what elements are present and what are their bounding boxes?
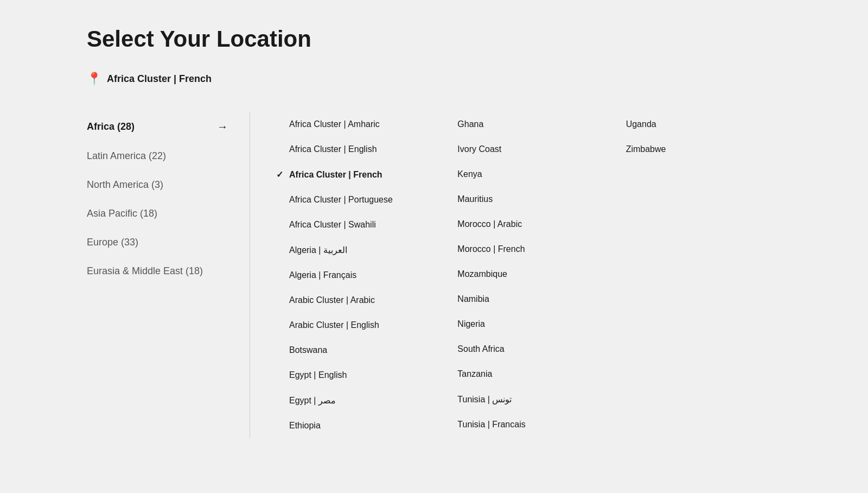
- location-item[interactable]: Ghana: [444, 112, 612, 137]
- location-item-label: South Africa: [457, 344, 504, 354]
- location-item[interactable]: Algeria | العربية: [276, 237, 444, 263]
- sidebar-item-eurasia[interactable]: Eurasia & Middle East (18): [87, 257, 228, 286]
- location-item[interactable]: Africa Cluster | Amharic: [276, 112, 444, 137]
- location-item-label: Morocco | Arabic: [457, 219, 522, 229]
- location-item-label: Morocco | French: [457, 244, 525, 254]
- location-item-label: Botswana: [289, 345, 327, 355]
- sidebar: Africa (28) → Latin America (22) North A…: [87, 112, 250, 438]
- page-container: Select Your Location 📍 Africa Cluster | …: [0, 0, 868, 464]
- location-item[interactable]: Ethiopia: [276, 413, 444, 438]
- location-item-label: Mauritius: [457, 194, 493, 204]
- location-item[interactable]: Tunisia | تونس: [444, 387, 612, 412]
- location-item[interactable]: Uganda: [613, 112, 781, 137]
- locations-column-3: UgandaZimbabwe: [613, 112, 781, 438]
- location-item[interactable]: Tunisia | Francais: [444, 412, 612, 437]
- location-item-label: Arabic Cluster | Arabic: [289, 295, 375, 305]
- location-item[interactable]: Africa Cluster | Portuguese: [276, 187, 444, 212]
- location-item-label: Uganda: [626, 119, 656, 129]
- location-item-label: Kenya: [457, 169, 482, 179]
- location-item[interactable]: South Africa: [444, 337, 612, 362]
- sidebar-item-eurasia-label: Eurasia & Middle East (18): [87, 266, 203, 276]
- check-icon: ✓: [276, 169, 285, 180]
- page-title: Select Your Location: [87, 26, 781, 52]
- sidebar-item-africa[interactable]: Africa (28) →: [87, 112, 228, 142]
- location-item[interactable]: ✓Africa Cluster | French: [276, 162, 444, 187]
- sidebar-item-latin-america[interactable]: Latin America (22): [87, 142, 228, 170]
- location-item[interactable]: Africa Cluster | Swahili: [276, 212, 444, 237]
- sidebar-item-north-america[interactable]: North America (3): [87, 170, 228, 199]
- location-item-label: Africa Cluster | Swahili: [289, 220, 376, 230]
- locations-column-2: GhanaIvory CoastKenyaMauritiusMorocco | …: [444, 112, 612, 438]
- location-item-label: Africa Cluster | Portuguese: [289, 195, 393, 205]
- location-item[interactable]: Ivory Coast: [444, 137, 612, 162]
- location-item[interactable]: Morocco | Arabic: [444, 212, 612, 237]
- location-item-label: Tanzania: [457, 369, 492, 379]
- location-item[interactable]: Botswana: [276, 338, 444, 363]
- location-item-label: Tunisia | Francais: [457, 420, 525, 429]
- sidebar-item-latin-america-label: Latin America (22): [87, 150, 166, 161]
- current-location-text: Africa Cluster | French: [107, 73, 212, 85]
- location-item[interactable]: Africa Cluster | English: [276, 137, 444, 162]
- location-item-label: Egypt | مصر: [289, 395, 336, 406]
- location-item-label: Arabic Cluster | English: [289, 320, 379, 330]
- arrow-right-icon: →: [217, 121, 228, 133]
- location-item[interactable]: Mozambique: [444, 262, 612, 287]
- location-item-label: Egypt | English: [289, 370, 347, 380]
- location-item-label: Zimbabwe: [626, 144, 666, 154]
- location-item[interactable]: Namibia: [444, 287, 612, 312]
- sidebar-item-africa-label: Africa (28): [87, 121, 135, 132]
- locations-panel: Africa Cluster | AmharicAfrica Cluster |…: [276, 112, 781, 438]
- location-item-label: Ethiopia: [289, 421, 321, 431]
- location-item-label: Algeria | Français: [289, 270, 356, 280]
- current-location-bar: 📍 Africa Cluster | French: [87, 72, 781, 86]
- main-content: Africa (28) → Latin America (22) North A…: [87, 112, 781, 438]
- sidebar-item-asia-pacific-label: Asia Pacific (18): [87, 208, 157, 219]
- location-item-label: Africa Cluster | French: [289, 170, 382, 180]
- sidebar-divider: [250, 112, 250, 438]
- location-item[interactable]: Arabic Cluster | English: [276, 313, 444, 338]
- sidebar-item-asia-pacific[interactable]: Asia Pacific (18): [87, 199, 228, 228]
- location-item[interactable]: Morocco | French: [444, 237, 612, 262]
- location-item[interactable]: Egypt | مصر: [276, 388, 444, 413]
- sidebar-item-north-america-label: North America (3): [87, 179, 163, 190]
- location-item-label: Namibia: [457, 294, 489, 304]
- sidebar-item-europe-label: Europe (33): [87, 237, 138, 248]
- location-item[interactable]: Arabic Cluster | Arabic: [276, 288, 444, 313]
- location-item-label: Mozambique: [457, 269, 507, 279]
- locations-column-1: Africa Cluster | AmharicAfrica Cluster |…: [276, 112, 444, 438]
- location-item-label: Algeria | العربية: [289, 245, 347, 255]
- location-pin-icon: 📍: [87, 72, 101, 86]
- location-item[interactable]: Mauritius: [444, 187, 612, 212]
- location-item-label: Africa Cluster | Amharic: [289, 119, 380, 129]
- location-item[interactable]: Tanzania: [444, 362, 612, 387]
- location-item[interactable]: Algeria | Français: [276, 263, 444, 288]
- location-item[interactable]: Nigeria: [444, 312, 612, 337]
- location-item-label: Nigeria: [457, 319, 485, 329]
- location-item[interactable]: Kenya: [444, 162, 612, 187]
- location-item-label: Ghana: [457, 119, 483, 129]
- location-item-label: Tunisia | تونس: [457, 394, 512, 404]
- location-item[interactable]: Egypt | English: [276, 363, 444, 388]
- location-item-label: Ivory Coast: [457, 144, 501, 154]
- location-item[interactable]: Zimbabwe: [613, 137, 781, 162]
- location-item-label: Africa Cluster | English: [289, 144, 377, 154]
- sidebar-item-europe[interactable]: Europe (33): [87, 228, 228, 257]
